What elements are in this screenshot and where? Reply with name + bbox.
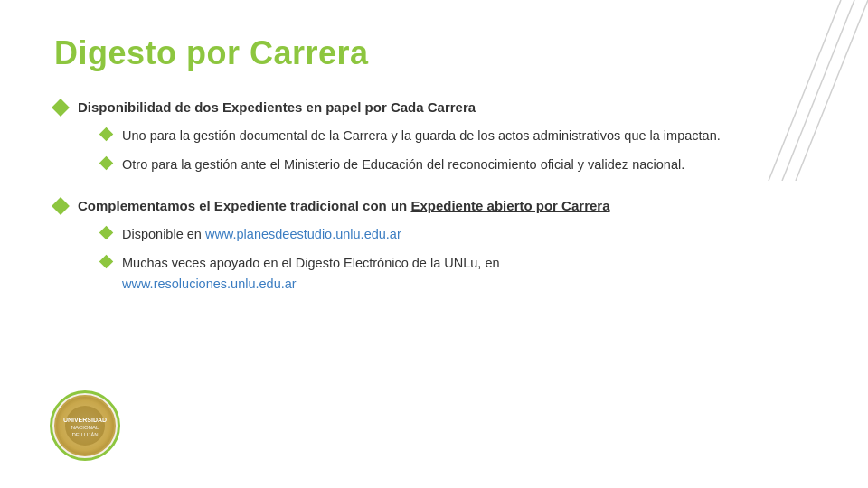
logo-inner: UNIVERSIDAD NACIONAL DE LUJÁN xyxy=(54,395,116,456)
bullet-2-sub-list: Disponible en www.planesdeestudio.unlu.e… xyxy=(78,224,610,294)
page: Digesto por Carrera Disponibilidad de do… xyxy=(0,0,868,488)
bullet-1-2: Otro para la gestión ante el Ministerio … xyxy=(101,155,721,174)
bullet-1-1-diamond-icon xyxy=(99,127,114,141)
bullet-2-1-text: Disponible en www.planesdeestudio.unlu.e… xyxy=(122,224,401,244)
bullet-2-diamond-icon xyxy=(52,198,70,216)
bullet-1-label: Disponibilidad de dos Expedientes en pap… xyxy=(78,99,476,115)
deco-lines-icon xyxy=(750,0,868,181)
page-title: Digesto por Carrera xyxy=(54,34,814,72)
bullet-1-2-content: Otro para la gestión ante el Ministerio … xyxy=(122,157,684,172)
bullet-2-2-prefix: Muchas veces apoyado en el Digesto Elect… xyxy=(122,256,500,270)
bullet-2: Complementamos el Expediente tradicional… xyxy=(54,196,814,303)
bullet-1-1: Uno para la gestión documental de la Car… xyxy=(101,126,721,145)
logo-area: UNIVERSIDAD NACIONAL DE LUJÁN xyxy=(50,390,122,463)
bullet-2-2-text: Muchas veces apoyado en el Digesto Elect… xyxy=(122,253,500,294)
svg-line-2 xyxy=(769,0,841,181)
bullet-1-1-content: Uno para la gestión documental de la Car… xyxy=(122,128,721,143)
bullet-1-sub-list: Uno para la gestión documental de la Car… xyxy=(78,126,721,175)
bullet-2-1-diamond-icon xyxy=(99,226,114,240)
svg-text:NACIONAL: NACIONAL xyxy=(71,425,99,430)
bullet-2-2-link[interactable]: www.resoluciones.unlu.edu.ar xyxy=(122,277,297,291)
bullet-1-2-diamond-icon xyxy=(99,156,114,171)
bullet-2-label-underline: Expediente abierto por Carrera xyxy=(410,198,609,213)
bullet-2-1-link[interactable]: www.planesdeestudio.unlu.edu.ar xyxy=(205,227,401,241)
bullet-1-diamond-icon xyxy=(52,99,70,117)
bullet-2-2-diamond-icon xyxy=(99,255,114,269)
bullet-1-2-text: Otro para la gestión ante el Ministerio … xyxy=(122,155,684,174)
content-area: Disponibilidad de dos Expedientes en pap… xyxy=(54,98,814,303)
svg-text:UNIVERSIDAD: UNIVERSIDAD xyxy=(63,417,107,423)
svg-line-0 xyxy=(796,0,868,181)
bullet-2-1-prefix: Disponible en xyxy=(122,227,205,241)
bullet-2-2: Muchas veces apoyado en el Digesto Elect… xyxy=(101,253,610,294)
bullet-2-1: Disponible en www.planesdeestudio.unlu.e… xyxy=(101,224,610,244)
svg-line-1 xyxy=(782,0,854,181)
bullet-1: Disponibilidad de dos Expedientes en pap… xyxy=(54,98,814,183)
bullet-2-label: Complementamos el Expediente tradicional… xyxy=(78,198,610,213)
bullet-2-text: Complementamos el Expediente tradicional… xyxy=(78,196,610,303)
bullet-1-1-text: Uno para la gestión documental de la Car… xyxy=(122,126,721,145)
svg-text:DE LUJÁN: DE LUJÁN xyxy=(71,432,98,437)
bullet-1-text: Disponibilidad de dos Expedientes en pap… xyxy=(78,98,721,183)
logo-circle: UNIVERSIDAD NACIONAL DE LUJÁN xyxy=(50,390,120,461)
bullet-2-label-plain: Complementamos el Expediente tradicional… xyxy=(78,198,410,213)
logo-svg: UNIVERSIDAD NACIONAL DE LUJÁN xyxy=(58,399,112,453)
